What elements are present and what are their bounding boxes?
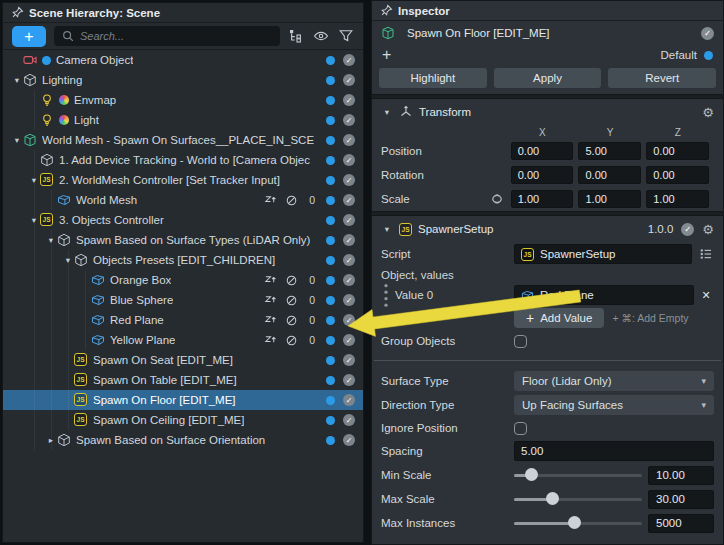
max-instances-slider-knob[interactable] bbox=[568, 516, 581, 529]
visibility-dot[interactable] bbox=[326, 236, 335, 245]
rotation-x-field[interactable]: 0.00 bbox=[511, 166, 574, 184]
visibility-dot[interactable] bbox=[326, 296, 335, 305]
tree-item-lighting[interactable]: ▾Lighting✓ bbox=[3, 70, 363, 90]
circle-slash-icon[interactable] bbox=[285, 314, 298, 327]
visibility-dot[interactable] bbox=[326, 116, 335, 125]
enabled-checkbox[interactable]: ✓ bbox=[343, 274, 355, 286]
chevron-down-icon[interactable]: ▾ bbox=[11, 135, 23, 145]
chevron-down-icon[interactable]: ▾ bbox=[11, 75, 23, 85]
min-scale-value-field[interactable]: 10.00 bbox=[648, 466, 714, 485]
transform-section-header[interactable]: ▾ Transform ⚙ bbox=[372, 99, 723, 125]
tree-item-2-worldmesh-controller-set-tracker-input[interactable]: ▾JS2. WorldMesh Controller [Set Tracker … bbox=[3, 170, 363, 190]
circle-slash-icon[interactable] bbox=[285, 194, 298, 207]
circle-slash-icon[interactable] bbox=[285, 274, 298, 287]
max-scale-slider-knob[interactable] bbox=[546, 492, 559, 505]
add-component-button[interactable]: + bbox=[382, 47, 391, 63]
group-objects-checkbox[interactable] bbox=[514, 335, 527, 348]
value-0-object-field[interactable]: Red Plane bbox=[514, 285, 694, 305]
enabled-checkbox[interactable]: ✓ bbox=[343, 314, 355, 326]
enabled-checkbox[interactable]: ✓ bbox=[343, 74, 355, 86]
visibility-dot[interactable] bbox=[326, 436, 335, 445]
tree-item-light[interactable]: Light✓ bbox=[3, 110, 363, 130]
enabled-checkbox[interactable]: ✓ bbox=[343, 174, 355, 186]
enabled-checkbox[interactable]: ✓ bbox=[343, 334, 355, 346]
search-input[interactable]: Search... bbox=[54, 26, 280, 46]
enabled-checkbox[interactable]: ✓ bbox=[343, 374, 355, 386]
highlight-button[interactable]: Highlight bbox=[379, 68, 487, 88]
enabled-checkbox[interactable]: ✓ bbox=[343, 234, 355, 246]
visibility-dot[interactable] bbox=[326, 76, 335, 85]
circle-slash-icon[interactable] bbox=[285, 334, 298, 347]
tree-item-world-mesh-spawn-on-surfaces-place-in-sce[interactable]: ▾World Mesh - Spawn On Surfaces__PLACE_I… bbox=[3, 130, 363, 150]
add-object-button[interactable]: + bbox=[12, 26, 46, 47]
visibility-dot[interactable] bbox=[326, 276, 335, 285]
gear-icon[interactable]: ⚙ bbox=[702, 106, 714, 119]
chevron-down-icon[interactable]: ▾ bbox=[381, 107, 393, 117]
visibility-dot[interactable] bbox=[326, 316, 335, 325]
direction-type-dropdown[interactable]: Up Facing Surfaces ▾ bbox=[514, 395, 714, 415]
tree-item-camera-object[interactable]: Camera Object✓ bbox=[3, 50, 363, 70]
tree-item-orange-box[interactable]: Orange Box0✓ bbox=[3, 270, 363, 290]
enabled-checkbox[interactable]: ✓ bbox=[343, 414, 355, 426]
link-scale-icon[interactable] bbox=[490, 192, 510, 206]
object-enabled-checkbox[interactable]: ✓ bbox=[701, 27, 714, 40]
tree-item-spawn-on-table-edit-me[interactable]: JSSpawn On Table [EDIT_ME]✓ bbox=[3, 370, 363, 390]
visibility-dot[interactable] bbox=[326, 196, 335, 205]
max-instances-value-field[interactable]: 5000 bbox=[648, 514, 714, 533]
tree-item-spawn-based-on-surface-orientation[interactable]: ▸Spawn Based on Surface Orientation✓ bbox=[3, 430, 363, 450]
scale-z-field[interactable]: 1.00 bbox=[646, 190, 709, 208]
sort-order-icon[interactable] bbox=[264, 194, 277, 207]
visibility-dot[interactable] bbox=[326, 396, 335, 405]
visibility-eye-icon[interactable] bbox=[313, 28, 329, 44]
enabled-checkbox[interactable]: ✓ bbox=[343, 134, 355, 146]
chevron-down-icon[interactable]: ▾ bbox=[381, 224, 393, 234]
spawnersetup-section-header[interactable]: ▾ JS SpawnerSetup 1.0.0 ✓ ⚙ bbox=[372, 216, 723, 242]
max-instances-slider[interactable] bbox=[514, 513, 642, 533]
remove-value-icon[interactable]: ✕ bbox=[698, 289, 714, 302]
tree-item-spawn-on-seat-edit-me[interactable]: JSSpawn On Seat [EDIT_ME]✓ bbox=[3, 350, 363, 370]
spacing-field[interactable]: 5.00 bbox=[514, 441, 714, 461]
visibility-dot[interactable] bbox=[326, 176, 335, 185]
enabled-checkbox[interactable]: ✓ bbox=[343, 194, 355, 206]
default-state-dot[interactable] bbox=[704, 51, 713, 60]
sort-order-icon[interactable] bbox=[264, 294, 277, 307]
enabled-checkbox[interactable]: ✓ bbox=[343, 94, 355, 106]
ignore-position-checkbox[interactable] bbox=[514, 422, 527, 435]
position-x-field[interactable]: 0.00 bbox=[511, 142, 574, 160]
script-picker-icon[interactable] bbox=[697, 247, 714, 261]
enabled-checkbox[interactable]: ✓ bbox=[343, 154, 355, 166]
enabled-checkbox[interactable]: ✓ bbox=[343, 254, 355, 266]
tree-item-3-objects-controller[interactable]: ▾JS3. Objects Controller✓ bbox=[3, 210, 363, 230]
rotation-z-field[interactable]: 0.00 bbox=[646, 166, 709, 184]
tree-item-blue-sphere[interactable]: Blue Sphere0✓ bbox=[3, 290, 363, 310]
enabled-checkbox[interactable]: ✓ bbox=[343, 394, 355, 406]
surface-type-dropdown[interactable]: Floor (Lidar Only) ▾ bbox=[514, 371, 714, 391]
circle-slash-icon[interactable] bbox=[285, 294, 298, 307]
tree-item-yellow-plane[interactable]: Yellow Plane0✓ bbox=[3, 330, 363, 350]
component-enabled-checkbox[interactable]: ✓ bbox=[681, 223, 694, 236]
tree-item-objects-presets-edit-children[interactable]: ▾Objects Presets [EDIT_CHILDREN]✓ bbox=[3, 250, 363, 270]
add-value-button[interactable]: + Add Value bbox=[514, 308, 604, 328]
gear-icon[interactable]: ⚙ bbox=[702, 223, 714, 236]
tree-item-red-plane[interactable]: Red Plane0✓ bbox=[3, 310, 363, 330]
scale-y-field[interactable]: 1.00 bbox=[578, 190, 641, 208]
min-scale-slider[interactable] bbox=[514, 465, 642, 485]
visibility-dot[interactable] bbox=[326, 136, 335, 145]
enabled-checkbox[interactable]: ✓ bbox=[343, 114, 355, 126]
visibility-dot[interactable] bbox=[326, 156, 335, 165]
position-y-field[interactable]: 5.00 bbox=[578, 142, 641, 160]
min-scale-slider-knob[interactable] bbox=[525, 468, 538, 481]
tree-item-spawn-on-ceiling-edit-me[interactable]: JSSpawn On Ceiling [EDIT_ME]✓ bbox=[3, 410, 363, 430]
visibility-dot[interactable] bbox=[326, 256, 335, 265]
enabled-checkbox[interactable]: ✓ bbox=[343, 214, 355, 226]
apply-button[interactable]: Apply bbox=[494, 68, 602, 88]
revert-button[interactable]: Revert bbox=[608, 68, 716, 88]
position-z-field[interactable]: 0.00 bbox=[646, 142, 709, 160]
visibility-dot[interactable] bbox=[326, 216, 335, 225]
sort-order-icon[interactable] bbox=[264, 274, 277, 287]
filter-icon[interactable] bbox=[338, 28, 354, 44]
max-scale-value-field[interactable]: 30.00 bbox=[648, 490, 714, 509]
drag-handle-icon[interactable] bbox=[381, 282, 391, 309]
tree-item-spawn-based-on-surface-types-lidar-only[interactable]: ▾Spawn Based on Surface Types (LiDAR Onl… bbox=[3, 230, 363, 250]
scale-x-field[interactable]: 1.00 bbox=[511, 190, 574, 208]
